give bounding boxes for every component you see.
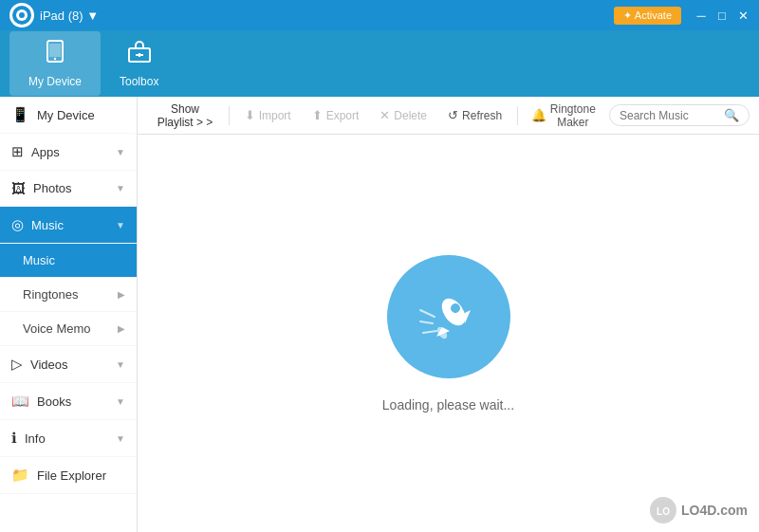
rocket-icon xyxy=(416,284,482,350)
svg-rect-4 xyxy=(49,44,61,57)
import-label: Import xyxy=(259,109,291,122)
svg-text:LO: LO xyxy=(657,506,670,517)
ringtone-maker-icon: 🔔 xyxy=(531,108,546,122)
sidebar-item-music-sub[interactable]: Music xyxy=(0,244,137,278)
watermark-icon: LO xyxy=(649,496,677,524)
device-name[interactable]: iPad (8) ▼ xyxy=(40,9,99,23)
sidebar-item-music[interactable]: ◎ Music ▼ xyxy=(0,207,137,244)
svg-line-9 xyxy=(420,310,435,317)
export-icon: ⬆ xyxy=(312,108,323,122)
sidebar-item-ringtones[interactable]: Ringtones ▶ xyxy=(0,278,137,312)
nav-toolbox-label: Toolbox xyxy=(120,75,158,88)
nav-my-device-label: My Device xyxy=(28,75,82,88)
export-button[interactable]: ⬆ Export xyxy=(303,104,369,126)
delete-button[interactable]: ✕ Delete xyxy=(370,104,436,126)
refresh-label: Refresh xyxy=(462,109,502,122)
import-icon: ⬇ xyxy=(245,108,255,122)
loading-icon-wrapper xyxy=(387,255,510,378)
sidebar-apps-label: Apps xyxy=(31,145,60,159)
svg-point-2 xyxy=(19,12,25,18)
watermark: LO LO4D.com xyxy=(649,496,748,524)
ringtones-arrow: ▶ xyxy=(118,289,125,300)
toolbar: Show Playlist > > ⬇ Import ⬆ Export ✕ De… xyxy=(138,97,759,135)
sidebar: 📱 My Device ⊞ Apps ▼ 🖼 Photos ▼ ◎ Music … xyxy=(0,97,138,532)
close-button[interactable]: ✕ xyxy=(734,7,751,24)
search-input[interactable] xyxy=(620,109,724,122)
sidebar-videos-label: Videos xyxy=(30,358,68,372)
sidebar-item-info[interactable]: ℹ Info ▼ xyxy=(0,420,137,457)
nav-toolbox[interactable]: Toolbox xyxy=(101,31,177,96)
import-button[interactable]: ⬇ Import xyxy=(235,104,301,126)
minimize-button[interactable]: ─ xyxy=(693,7,710,24)
refresh-button[interactable]: ↺ Refresh xyxy=(438,104,511,126)
my-device-icon xyxy=(42,39,68,71)
ringtone-maker-label: Ringtone Maker xyxy=(550,102,596,129)
sidebar-ringtones-label: Ringtones xyxy=(23,287,79,302)
sidebar-voice-memo-label: Voice Memo xyxy=(23,321,91,336)
my-device-sidebar-icon: 📱 xyxy=(11,106,29,123)
videos-icon: ▷ xyxy=(11,356,23,373)
sidebar-music-label: Music xyxy=(31,218,64,232)
sidebar-item-books[interactable]: 📖 Books ▼ xyxy=(0,383,137,420)
main-layout: 📱 My Device ⊞ Apps ▼ 🖼 Photos ▼ ◎ Music … xyxy=(0,97,759,532)
sidebar-item-videos[interactable]: ▷ Videos ▼ xyxy=(0,346,137,383)
sidebar-books-label: Books xyxy=(37,394,71,409)
sidebar-my-device-label: My Device xyxy=(37,108,95,122)
svg-point-5 xyxy=(54,58,56,60)
show-playlist-button[interactable]: Show Playlist > > xyxy=(147,99,223,133)
sidebar-item-photos[interactable]: 🖼 Photos ▼ xyxy=(0,171,137,207)
svg-line-11 xyxy=(423,331,436,333)
info-icon: ℹ xyxy=(11,430,17,447)
export-label: Export xyxy=(326,109,360,122)
toolbar-divider-1 xyxy=(229,106,230,125)
file-explorer-icon: 📁 xyxy=(11,467,29,484)
info-arrow: ▼ xyxy=(116,433,125,444)
nav-my-device[interactable]: My Device xyxy=(9,31,101,96)
svg-line-10 xyxy=(420,321,433,323)
toolbox-icon xyxy=(126,39,153,71)
activate-button[interactable]: ✦ Activate xyxy=(614,7,681,25)
loading-text: Loading, please wait... xyxy=(382,397,514,413)
window-controls: ✦ Activate ─ □ ✕ xyxy=(614,7,751,25)
apps-arrow: ▼ xyxy=(116,147,125,157)
books-icon: 📖 xyxy=(11,393,29,410)
voice-memo-arrow: ▶ xyxy=(118,323,125,334)
sidebar-item-voice-memo[interactable]: Voice Memo ▶ xyxy=(0,312,137,346)
app-logo: iPad (8) ▼ xyxy=(9,3,99,28)
content-panel: Show Playlist > > ⬇ Import ⬆ Export ✕ De… xyxy=(138,97,759,532)
sidebar-item-apps[interactable]: ⊞ Apps ▼ xyxy=(0,134,137,171)
content-area: Loading, please wait... xyxy=(138,135,759,532)
music-icon: ◎ xyxy=(11,216,24,233)
logo-icon xyxy=(9,3,34,28)
photos-icon: 🖼 xyxy=(11,180,26,196)
videos-arrow: ▼ xyxy=(116,359,125,370)
watermark-text: LO4D.com xyxy=(681,503,748,518)
music-arrow: ▼ xyxy=(116,220,125,230)
refresh-icon: ↺ xyxy=(448,108,458,122)
sidebar-item-file-explorer[interactable]: 📁 File Explorer xyxy=(0,457,137,494)
delete-icon: ✕ xyxy=(380,108,390,122)
search-icon: 🔍 xyxy=(724,108,739,122)
delete-label: Delete xyxy=(394,109,427,122)
sidebar-photos-label: Photos xyxy=(33,181,71,195)
nav-bar: My Device Toolbox xyxy=(0,30,759,97)
photos-arrow: ▼ xyxy=(116,183,125,193)
maximize-button[interactable]: □ xyxy=(713,7,731,24)
books-arrow: ▼ xyxy=(116,396,125,407)
apps-icon: ⊞ xyxy=(11,143,24,160)
search-box[interactable]: 🔍 xyxy=(609,104,750,126)
toolbar-divider-2 xyxy=(517,106,518,125)
sidebar-item-my-device[interactable]: 📱 My Device xyxy=(0,97,137,134)
sidebar-music-sub-label: Music xyxy=(23,253,55,267)
title-bar: iPad (8) ▼ ✦ Activate ─ □ ✕ xyxy=(0,0,759,30)
ringtone-maker-button[interactable]: 🔔 Ringtone Maker xyxy=(524,99,603,133)
sidebar-info-label: Info xyxy=(25,431,46,446)
sidebar-file-explorer-label: File Explorer xyxy=(37,468,106,483)
